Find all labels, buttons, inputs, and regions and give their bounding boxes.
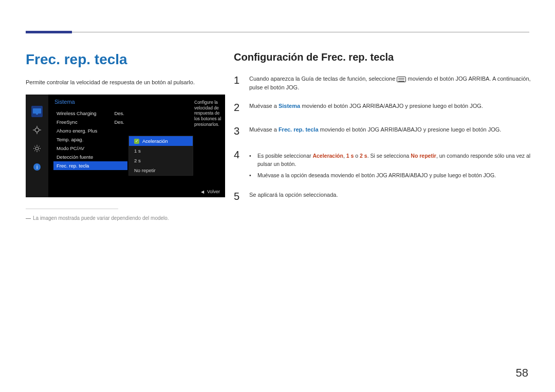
svg-text:i: i <box>36 164 38 170</box>
menu-icon <box>397 77 406 82</box>
osd-menu-item: Modo PC/AV <box>53 144 127 153</box>
osd-back-text: Volver <box>207 189 220 194</box>
steps-container: 1Cuando aparezca la Guía de teclas de fu… <box>234 72 532 204</box>
step-body: Cuando aparezca la Guía de teclas de fun… <box>249 72 532 91</box>
osd-menu-title: Sistema <box>54 99 75 105</box>
osd-item-value: Des. <box>114 110 124 116</box>
osd-submenu-label: No repetir <box>134 167 156 173</box>
header-rule <box>26 32 529 32</box>
gear-icon <box>31 143 43 154</box>
reticle-icon <box>31 124 43 136</box>
highlight-term: Sistema <box>279 103 300 109</box>
step-body: Se aplicará la opción seleccionada. <box>249 189 532 204</box>
footnote-text: La imagen mostrada puede variar dependie… <box>33 215 169 221</box>
step-number: 2 <box>234 100 241 115</box>
step-body: Muévase a Frec. rep. tecla moviendo el b… <box>249 123 532 139</box>
step-bullet: •Es posible seleccionar Aceleración, 1 s… <box>249 152 532 169</box>
osd-submenu: ✓Aceleración1 s2 sNo repetir <box>128 136 193 176</box>
osd-submenu-item: No repetir <box>129 165 193 175</box>
bullet-text: Muévase a la opción deseada moviendo el … <box>257 172 496 180</box>
osd-item-value: Des. <box>114 119 124 125</box>
osd-back-label: ◀Volver <box>201 189 220 194</box>
step-number: 5 <box>234 189 241 204</box>
section-title: Configuración de Frec. rep. tecla <box>234 51 532 63</box>
osd-submenu-item: ✓Aceleración <box>129 136 193 146</box>
highlight-term: No repetir <box>411 153 436 159</box>
header-accent <box>26 31 72 33</box>
monitor-icon <box>31 106 43 117</box>
svg-point-2 <box>35 128 39 132</box>
osd-help-text: Configure la velocidad de respuesta de l… <box>194 100 222 127</box>
osd-menu-item: Wireless ChargingDes. <box>53 109 127 118</box>
osd-item-label: Ahorro energ. Plus <box>57 128 97 134</box>
osd-submenu-label: Aceleración <box>142 138 168 144</box>
osd-item-label: Frec. rep. tecla <box>57 163 89 169</box>
bullet-dot: • <box>249 172 252 180</box>
osd-item-label: FreeSync <box>57 119 78 125</box>
highlight-term: Frec. rep. tecla <box>279 126 319 133</box>
osd-submenu-label: 1 s <box>134 148 141 154</box>
step: 3Muévase a Frec. rep. tecla moviendo el … <box>234 123 532 139</box>
step-number: 1 <box>234 72 241 91</box>
footnote: ―La imagen mostrada puede variar dependi… <box>26 215 226 221</box>
osd-submenu-item: 1 s <box>129 146 193 156</box>
left-column: Frec. rep. tecla Permite controlar la ve… <box>26 51 226 221</box>
step: 4•Es posible seleccionar Aceleración, 1 … <box>234 147 532 180</box>
highlight-term: Aceleración <box>312 153 343 159</box>
osd-menu-item: Detección fuente <box>53 153 127 161</box>
osd-menu-item: Frec. rep. tecla <box>53 161 127 170</box>
step: 5Se aplicará la opción seleccionada. <box>234 189 532 204</box>
page-title: Frec. rep. tecla <box>26 51 226 68</box>
osd-item-label: Modo PC/AV <box>57 145 84 151</box>
osd-menu-list: Wireless ChargingDes.FreeSyncDes.Ahorro … <box>53 109 127 170</box>
osd-item-label: Detección fuente <box>57 154 93 160</box>
step-number: 4 <box>234 147 241 180</box>
footnote-separator <box>26 209 118 209</box>
step: 1Cuando aparezca la Guía de teclas de fu… <box>234 72 532 91</box>
osd-tab-bar: i <box>26 95 48 197</box>
page-number: 58 <box>516 366 528 380</box>
osd-item-label: Temp. apag. <box>57 137 83 142</box>
check-icon: ✓ <box>134 139 139 144</box>
osd-item-label: Wireless Charging <box>57 110 97 116</box>
page-description: Permite controlar la velocidad de respue… <box>26 79 226 85</box>
osd-submenu-label: 2 s <box>134 158 141 163</box>
step-body: •Es posible seleccionar Aceleración, 1 s… <box>249 147 532 180</box>
osd-menu-item: Ahorro energ. Plus <box>53 126 127 135</box>
triangle-left-icon: ◀ <box>201 190 204 194</box>
osd-submenu-item: 2 s <box>129 156 193 165</box>
osd-menu-item: Temp. apag. <box>53 135 127 144</box>
svg-rect-0 <box>33 108 41 114</box>
highlight-term: 1 s <box>346 153 354 159</box>
step-bullet: •Muévase a la opción deseada moviendo el… <box>249 172 532 180</box>
info-icon: i <box>31 161 43 173</box>
right-column: Configuración de Frec. rep. tecla 1Cuand… <box>234 51 532 212</box>
step-body: Muévase a Sistema moviendo el botón JOG … <box>249 100 532 115</box>
svg-rect-1 <box>36 114 38 115</box>
osd-menu-item: FreeSyncDes. <box>53 118 127 126</box>
highlight-term: 2 s <box>360 153 367 159</box>
osd-screenshot: i Sistema Wireless ChargingDes.FreeSyncD… <box>26 95 225 197</box>
bullet-text: Es posible seleccionar Aceleración, 1 s … <box>257 152 532 169</box>
step-number: 3 <box>234 123 241 139</box>
step: 2Muévase a Sistema moviendo el botón JOG… <box>234 100 532 115</box>
svg-point-7 <box>35 147 39 150</box>
bullet-dot: • <box>249 152 252 169</box>
